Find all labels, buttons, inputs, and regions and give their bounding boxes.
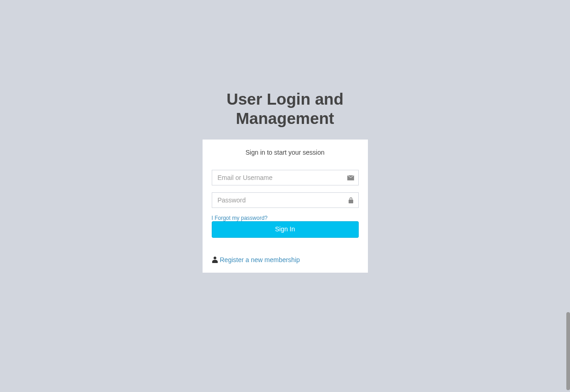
forgot-password-link[interactable]: I Forgot my password? <box>212 215 359 221</box>
login-box: User Login and Management Sign in to sta… <box>203 0 368 273</box>
email-group <box>212 170 359 185</box>
login-card: Sign in to start your session I Forgot m… <box>203 140 368 273</box>
password-input[interactable] <box>212 192 359 208</box>
signin-button[interactable]: Sign In <box>212 221 359 238</box>
register-label: Register a new membership <box>220 256 300 263</box>
register-link[interactable]: Register a new membership <box>212 256 359 263</box>
login-subtitle: Sign in to start your session <box>212 149 359 161</box>
scrollbar-thumb[interactable] <box>566 312 570 390</box>
password-group <box>212 192 359 208</box>
user-icon <box>212 257 218 263</box>
page-title: User Login and Management <box>203 90 368 128</box>
email-input[interactable] <box>212 170 359 185</box>
